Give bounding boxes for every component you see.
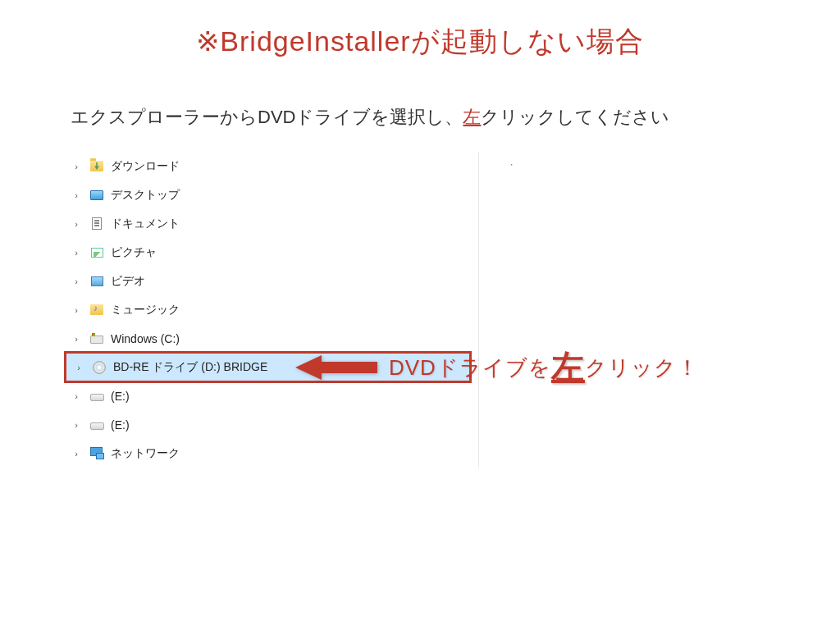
chevron-right-icon: › xyxy=(71,305,82,315)
hdd-icon xyxy=(89,417,105,433)
tree-label: デスクトップ xyxy=(111,188,180,203)
videos-icon xyxy=(89,273,105,290)
tree-item-pictures[interactable]: › ピクチャ xyxy=(64,238,472,267)
tree-item-documents[interactable]: › ドキュメント xyxy=(64,209,472,238)
chevron-right-icon: › xyxy=(73,363,84,372)
callout-pre: DVDドライブを xyxy=(389,355,551,380)
explorer-tree: › ダウンロード › デスクトップ › ドキュメント › ピクチャ › ビデオ … xyxy=(64,152,479,468)
tree-label: ダウンロード xyxy=(111,159,180,174)
tree-label: ミュージック xyxy=(111,303,180,317)
tree-label: (E:) xyxy=(111,390,130,403)
pictures-icon xyxy=(89,244,105,261)
instruction-pre: エクスプローラーからDVDドライブを選択し、 xyxy=(71,107,463,127)
instruction-post: クリックしてください xyxy=(481,107,669,127)
callout-text: DVDドライブを左クリック！ xyxy=(389,345,699,390)
chevron-right-icon: › xyxy=(71,190,82,200)
music-icon xyxy=(89,302,105,318)
page-title: ※BridgeInstallerが起動しない場合 xyxy=(0,23,840,61)
tree-item-videos[interactable]: › ビデオ xyxy=(64,267,472,295)
chevron-right-icon: › xyxy=(71,449,82,459)
tree-label: ネットワーク xyxy=(111,446,180,461)
drive-icon xyxy=(89,331,105,347)
documents-icon xyxy=(89,216,105,232)
tree-item-music[interactable]: › ミュージック xyxy=(64,295,472,324)
left-arrow-icon xyxy=(295,355,377,380)
callout-emphasis: 左 xyxy=(551,349,585,385)
tree-label: ピクチャ xyxy=(111,245,157,260)
tree-label: ビデオ xyxy=(111,274,145,289)
tree-item-desktop[interactable]: › デスクトップ xyxy=(64,180,472,209)
instruction-text: エクスプローラーからDVDドライブを選択し、左クリックしてください xyxy=(71,105,669,130)
tree-label: BD-RE ドライブ (D:) BRIDGE xyxy=(113,360,267,375)
instruction-emphasis: 左 xyxy=(463,107,481,127)
disc-drive-icon xyxy=(91,359,107,376)
callout-annotation: DVDドライブを左クリック！ xyxy=(295,345,699,390)
chevron-right-icon: › xyxy=(71,334,82,344)
chevron-right-icon: › xyxy=(71,248,82,258)
tree-label: (E:) xyxy=(111,418,130,431)
tree-item-network[interactable]: › ネットワーク xyxy=(64,439,472,468)
chevron-right-icon: › xyxy=(71,219,82,229)
svg-marker-0 xyxy=(295,355,377,380)
desktop-icon xyxy=(89,187,105,203)
tree-label: ドキュメント xyxy=(111,217,180,231)
tree-label: Windows (C:) xyxy=(111,332,180,345)
tree-item-downloads[interactable]: › ダウンロード xyxy=(64,152,472,180)
decorative-mark: ⬝ xyxy=(509,159,514,171)
chevron-right-icon: › xyxy=(71,162,82,171)
tree-item-drive-e2[interactable]: › (E:) xyxy=(64,410,472,439)
downloads-folder-icon xyxy=(89,158,105,175)
callout-post: クリック！ xyxy=(585,355,699,380)
chevron-right-icon: › xyxy=(71,276,82,286)
chevron-right-icon: › xyxy=(71,391,82,401)
chevron-right-icon: › xyxy=(71,420,82,430)
hdd-icon xyxy=(89,388,105,404)
network-icon xyxy=(89,445,105,462)
